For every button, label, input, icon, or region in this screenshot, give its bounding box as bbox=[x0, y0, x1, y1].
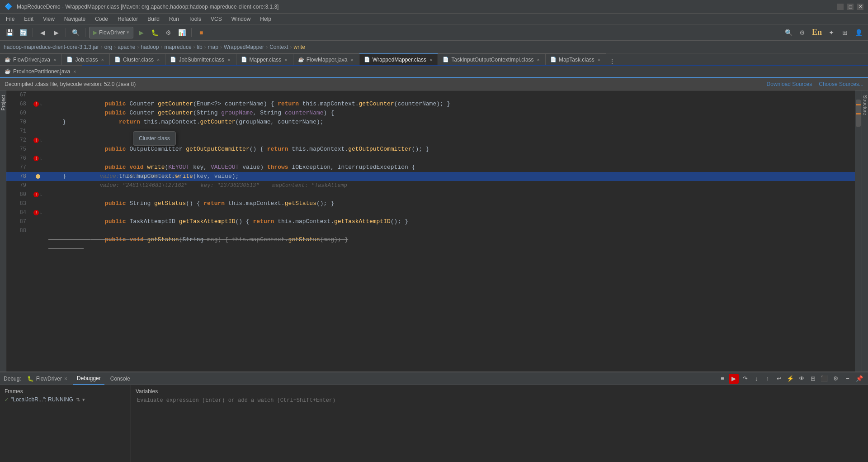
menu-navigate[interactable]: Navigate bbox=[61, 15, 89, 23]
breakpoint-84[interactable]: ! bbox=[33, 210, 39, 215]
breadcrumb-mapreduce[interactable]: mapreduce bbox=[165, 44, 192, 50]
evaluate-expression-input[interactable] bbox=[133, 395, 866, 405]
tab-provincepartitioner[interactable]: ☕ ProvincePartitioner.java × bbox=[0, 65, 82, 77]
frames-filter-icon[interactable]: ⚗ bbox=[75, 397, 80, 403]
tab-mapper[interactable]: 📄 Mapper.class × bbox=[236, 53, 293, 65]
frames-panel: Frames ✓ "LocalJobR...": RUNNING ⚗ ▾ bbox=[0, 385, 131, 462]
structure-tab[interactable]: Structure bbox=[863, 90, 868, 120]
tab-close-taskinputoutput[interactable]: × bbox=[536, 57, 541, 62]
menu-help[interactable]: Help bbox=[256, 15, 275, 23]
title-bar-controls[interactable]: ─ □ ✕ bbox=[837, 4, 863, 10]
project-tab[interactable]: Project bbox=[0, 90, 6, 115]
menu-refactor[interactable]: Refactor bbox=[114, 15, 142, 23]
frames-dropdown-icon[interactable]: ▾ bbox=[82, 397, 85, 403]
menu-edit[interactable]: Edit bbox=[20, 15, 37, 23]
tab-flowdriver[interactable]: ☕ FlowDriver.java × bbox=[0, 53, 62, 65]
right-scrollbar[interactable] bbox=[855, 90, 862, 372]
maximize-button[interactable]: □ bbox=[847, 4, 854, 10]
breakpoint-76[interactable]: ! bbox=[33, 156, 39, 161]
menu-window[interactable]: Window bbox=[228, 15, 255, 23]
breakpoint-72[interactable]: ! bbox=[33, 138, 39, 143]
stop-button[interactable]: ■ bbox=[195, 27, 207, 38]
breadcrumb-context[interactable]: Context bbox=[269, 44, 288, 50]
tab-close-maptask[interactable]: × bbox=[597, 57, 601, 62]
menu-tools[interactable]: Tools bbox=[185, 15, 205, 23]
forward-button[interactable]: ▶ bbox=[50, 27, 62, 38]
tab-console[interactable]: Console bbox=[107, 372, 134, 385]
tab-jobsubmitter[interactable]: 📄 JobSubmitter.class × bbox=[165, 53, 236, 65]
translate-button[interactable]: ✦ bbox=[826, 27, 837, 38]
debug-button[interactable]: 🐛 bbox=[149, 27, 160, 38]
show-frames-button[interactable]: ≡ bbox=[717, 374, 727, 384]
run-config-selector[interactable]: ▶ FlowDriver ▾ bbox=[89, 27, 133, 38]
minimize-button[interactable]: ─ bbox=[837, 4, 844, 10]
tab-close-job[interactable]: × bbox=[100, 57, 105, 62]
breadcrumb-wrappedmapper[interactable]: WrappedMapper bbox=[224, 44, 264, 50]
menu-file[interactable]: File bbox=[2, 15, 18, 23]
user-button[interactable]: 👤 bbox=[853, 27, 864, 38]
tab-debugger[interactable]: Debugger bbox=[73, 372, 104, 385]
breadcrumb-apache[interactable]: apache bbox=[118, 44, 135, 50]
current-line-indicator bbox=[36, 174, 40, 179]
error-marker-2 bbox=[856, 113, 861, 114]
tab-close-flowdriver[interactable]: × bbox=[52, 57, 57, 62]
download-sources-button[interactable]: Download Sources bbox=[767, 81, 812, 87]
breakpoint-80[interactable]: ! bbox=[33, 192, 39, 197]
close-button[interactable]: ✕ bbox=[857, 4, 863, 10]
search-button[interactable]: 🔍 bbox=[783, 27, 795, 38]
menu-run[interactable]: Run bbox=[165, 15, 183, 23]
run-button[interactable]: ▶ bbox=[135, 27, 147, 38]
tab-maptask[interactable]: 📄 MapTask.class × bbox=[546, 53, 606, 65]
breakpoint-68[interactable]: ! bbox=[33, 101, 39, 107]
tab-close-wrappedmapper[interactable]: × bbox=[429, 57, 433, 62]
breadcrumb-org[interactable]: org bbox=[104, 44, 112, 50]
menu-code[interactable]: Code bbox=[91, 15, 112, 23]
settings-button[interactable]: ⚙ bbox=[797, 27, 808, 38]
tab-taskinputoutput[interactable]: 📄 TaskInputOutputContextImpl.class × bbox=[438, 53, 546, 65]
step-out-button[interactable]: ↑ bbox=[763, 374, 773, 384]
menu-build[interactable]: Build bbox=[144, 15, 163, 23]
back-button[interactable]: ◀ bbox=[37, 27, 48, 38]
tab-close-jobsubmitter[interactable]: × bbox=[226, 57, 231, 62]
breadcrumb-lib[interactable]: lib bbox=[197, 44, 203, 50]
step-into-button[interactable]: ↓ bbox=[751, 374, 761, 384]
debug-settings-button[interactable]: ⚙ bbox=[831, 374, 841, 384]
coverage-button[interactable]: ⚙ bbox=[162, 27, 174, 38]
profile-button[interactable]: 📊 bbox=[176, 27, 188, 38]
pin-to-right-button[interactable]: 📌 bbox=[854, 374, 864, 384]
main-container: Project 67 public Counter getCounter(Enu… bbox=[0, 90, 868, 462]
tabs-overflow-button[interactable]: ⋮ bbox=[606, 57, 618, 65]
run-config-icon: ▶ bbox=[93, 29, 97, 36]
tab-cluster[interactable]: 📄 Cluster.class × bbox=[110, 53, 165, 65]
debug-close-button[interactable]: − bbox=[843, 374, 853, 384]
sync-button[interactable]: 🔄 bbox=[17, 27, 29, 38]
tab-close-mapper[interactable]: × bbox=[283, 57, 288, 62]
tab-flowmapper[interactable]: ☕ FlowMapper.java × bbox=[293, 53, 359, 65]
breadcrumb-map[interactable]: map bbox=[208, 44, 218, 50]
tab-close-cluster[interactable]: × bbox=[156, 57, 160, 62]
breadcrumb-jar[interactable]: hadoop-mapreduce-client-core-3.1.3.jar bbox=[4, 44, 99, 50]
layout-button[interactable]: ⊞ bbox=[839, 27, 851, 38]
breadcrumb-hadoop[interactable]: hadoop bbox=[141, 44, 159, 50]
tab-close-provincepartitioner[interactable]: × bbox=[72, 69, 77, 74]
step-over-button[interactable]: ↷ bbox=[740, 374, 750, 384]
restore-layout-button[interactable]: ⬛ bbox=[819, 374, 829, 384]
debug-session-close[interactable]: × bbox=[64, 376, 67, 382]
add-watch-button[interactable]: 👁 bbox=[797, 374, 807, 384]
search-everywhere-button[interactable]: 🔍 bbox=[70, 27, 81, 38]
evaluate-expression-button[interactable]: ⚡ bbox=[785, 374, 795, 384]
run-to-cursor-button[interactable]: ↩ bbox=[774, 374, 784, 384]
tab-wrappedmapper[interactable]: 📄 WrappedMapper.class × bbox=[359, 53, 439, 65]
save-all-button[interactable]: 💾 bbox=[4, 27, 15, 38]
tab-job[interactable]: 📄 Job.class × bbox=[62, 53, 109, 65]
resume-button[interactable]: ▶ bbox=[729, 374, 739, 384]
debug-tab-row: Debug: 🐛 FlowDriver × Debugger Console bbox=[4, 372, 134, 385]
settings-debug-button[interactable]: ⊞ bbox=[808, 374, 818, 384]
info-bar-text: Decompiled .class file, bytecode version… bbox=[5, 81, 136, 87]
menu-view[interactable]: View bbox=[39, 15, 58, 23]
tab-close-flowmapper[interactable]: × bbox=[349, 57, 354, 62]
choose-sources-button[interactable]: Choose Sources... bbox=[819, 81, 863, 87]
arrow-68: ↓ bbox=[40, 102, 42, 107]
arrow-76: ↓ bbox=[40, 156, 42, 161]
menu-vcs[interactable]: VCS bbox=[207, 15, 226, 23]
